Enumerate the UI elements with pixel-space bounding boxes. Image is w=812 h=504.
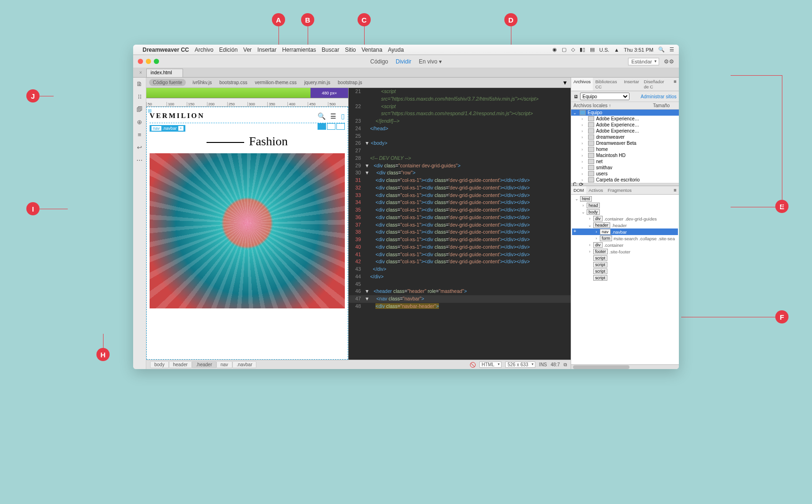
menu-herramientas[interactable]: Herramientas: [282, 47, 316, 53]
site-dropdown[interactable]: Equipo: [580, 93, 629, 100]
viewport-select[interactable]: 526 x 633: [505, 362, 535, 368]
target-icon[interactable]: ⊕: [137, 118, 142, 126]
dom-row[interactable]: ›div.container .dev-grid-guides: [572, 215, 678, 222]
display-icon[interactable]: ▢: [562, 47, 566, 53]
file-row[interactable]: ›Macintosh HD: [571, 152, 679, 158]
clock[interactable]: Thu 3:51 PM: [624, 47, 653, 53]
dom-row[interactable]: script: [572, 255, 678, 261]
source-tab[interactable]: ivr6hkv.js: [189, 79, 215, 86]
breadcrumb-item[interactable]: header: [169, 361, 192, 368]
cancel-icon[interactable]: [470, 362, 476, 368]
breadcrumb-item[interactable]: body: [150, 361, 169, 368]
file-row[interactable]: ›smithav: [571, 165, 679, 171]
code-editor[interactable]: 21 <script src="https://oss.maxcdn.com/h…: [349, 88, 571, 360]
workspace-select[interactable]: Estándar: [628, 58, 659, 65]
manage-sites-link[interactable]: Administrar sitios: [641, 94, 677, 99]
more-icon[interactable]: ⋯: [136, 157, 143, 164]
tab-snippets[interactable]: Fragmentos: [605, 186, 634, 194]
dom-row[interactable]: ⌄body: [572, 209, 678, 215]
eject-icon[interactable]: ▲: [614, 47, 619, 53]
breadcrumb-item[interactable]: nav: [216, 361, 232, 368]
traffic-lights[interactable]: [133, 59, 159, 64]
tab-dom[interactable]: DOM: [571, 186, 586, 194]
file-row[interactable]: ›Adobe Experience…: [571, 122, 679, 128]
panel-menu-icon[interactable]: ≡: [671, 186, 679, 194]
source-tab[interactable]: vermilion-theme.css: [251, 79, 301, 86]
media-query-bar[interactable]: 480 px «: [146, 88, 348, 98]
file-row[interactable]: ›Adobe Experience…: [571, 116, 679, 122]
wrap-icon[interactable]: ↩: [137, 144, 142, 151]
list-icon[interactable]: ≡: [138, 131, 142, 138]
scrollbar[interactable]: [571, 364, 679, 369]
document-tab[interactable]: ×index.html: [146, 69, 183, 77]
file-row[interactable]: ⌄Equipo: [571, 110, 679, 116]
menu-edición[interactable]: Edición: [219, 47, 238, 53]
tab-css-designer[interactable]: Diseñador de C: [641, 78, 671, 91]
menu-insertar[interactable]: Insertar: [257, 47, 277, 53]
device-toggle-3[interactable]: [336, 123, 345, 130]
close-tab-icon[interactable]: ×: [139, 70, 142, 75]
filter-icon[interactable]: ▼: [562, 79, 568, 86]
file-row[interactable]: ›Dreamweaver Beta: [571, 140, 679, 146]
grid-toggle-icon[interactable]: ⊞: [148, 108, 151, 113]
element-selector-badge[interactable]: nav .navbar +: [150, 125, 185, 132]
view-live[interactable]: En vivo ▾: [419, 58, 442, 65]
search-files-icon[interactable]: 🗐: [136, 106, 143, 113]
col-size[interactable]: Tamaño: [653, 103, 677, 108]
dom-row[interactable]: ›form#site-search .collapse .site-sea: [572, 235, 678, 242]
breadcrumb-item[interactable]: .header: [192, 361, 216, 368]
menu-buscar[interactable]: Buscar: [322, 47, 339, 53]
search-icon[interactable]: 🔍: [318, 112, 326, 120]
locale-flag-icon[interactable]: ▤: [590, 47, 595, 53]
col-name[interactable]: Archivos locales ↑: [573, 103, 653, 108]
menu-ver[interactable]: Ver: [243, 47, 252, 53]
cloud-sync-icon[interactable]: ◉: [552, 47, 557, 53]
file-row[interactable]: ›dreamweaver: [571, 134, 679, 140]
menu-ventana[interactable]: Ventana: [362, 47, 382, 53]
view-split[interactable]: Dividir: [396, 58, 411, 65]
dom-row[interactable]: ›footer.site-footer: [572, 248, 678, 255]
dom-row[interactable]: ›div.container: [572, 242, 678, 248]
file-row[interactable]: ›users: [571, 171, 679, 177]
brand-logo[interactable]: VERMILION: [150, 110, 205, 122]
file-row[interactable]: ›Carpeta de escritorio: [571, 177, 679, 183]
menu-icon[interactable]: ☰: [330, 112, 336, 120]
tab-cc-libraries[interactable]: Bibliotecas CC: [593, 78, 621, 91]
wifi-icon[interactable]: ◇: [571, 47, 575, 53]
mq-handle[interactable]: 480 px «: [310, 88, 348, 98]
menu-sitio[interactable]: Sitio: [345, 47, 356, 53]
file-row[interactable]: ›home: [571, 146, 679, 152]
dom-row[interactable]: ⌄header.header: [572, 222, 678, 228]
dom-row[interactable]: ›head: [572, 202, 678, 209]
page-preview[interactable]: ⊞ VERMILION 🔍 ☰ ▯ nav: [146, 107, 348, 360]
dom-row[interactable]: script: [572, 268, 678, 275]
lang-select[interactable]: HTML: [479, 362, 502, 368]
add-class-button[interactable]: +: [178, 126, 183, 131]
source-tab[interactable]: bootstrap.js: [334, 79, 366, 86]
column-toggle-icon[interactable]: ▯: [341, 112, 345, 120]
dom-row[interactable]: script: [572, 275, 678, 281]
dom-tree[interactable]: ⌄html›head⌄body›div.container .dev-grid-…: [571, 195, 679, 364]
file-row[interactable]: ›Adobe Experience…: [571, 128, 679, 134]
dom-row[interactable]: ⌄html: [572, 196, 678, 202]
tab-assets[interactable]: Activos: [586, 186, 605, 194]
file-row[interactable]: ›net: [571, 158, 679, 165]
file-tree[interactable]: ⌄Equipo›Adobe Experience…›Adobe Experien…: [571, 110, 679, 183]
sync-settings-icon[interactable]: ⚙⚙: [664, 58, 674, 65]
dom-row[interactable]: script: [572, 261, 678, 268]
battery-icon[interactable]: ▮▯: [580, 47, 585, 53]
device-toggle-2[interactable]: [327, 123, 335, 130]
view-code[interactable]: Código: [370, 58, 388, 65]
preview-icon[interactable]: ⧉: [564, 362, 567, 368]
source-tab[interactable]: bootstrap.css: [215, 79, 251, 86]
sliders-icon[interactable]: ⁞⁞: [138, 93, 142, 100]
menu-ayuda[interactable]: Ayuda: [388, 47, 404, 53]
tab-files[interactable]: Archivos: [571, 78, 593, 91]
hamburger-icon[interactable]: ☰: [669, 47, 674, 53]
source-tab[interactable]: jquery.min.js: [301, 79, 334, 86]
breadcrumb-item[interactable]: .navbar: [232, 361, 256, 368]
device-toggle-1[interactable]: [318, 123, 326, 130]
tab-insert[interactable]: Insertar: [621, 78, 641, 91]
spotlight-icon[interactable]: 🔍: [658, 47, 665, 53]
file-icon[interactable]: 🗎: [136, 80, 143, 87]
